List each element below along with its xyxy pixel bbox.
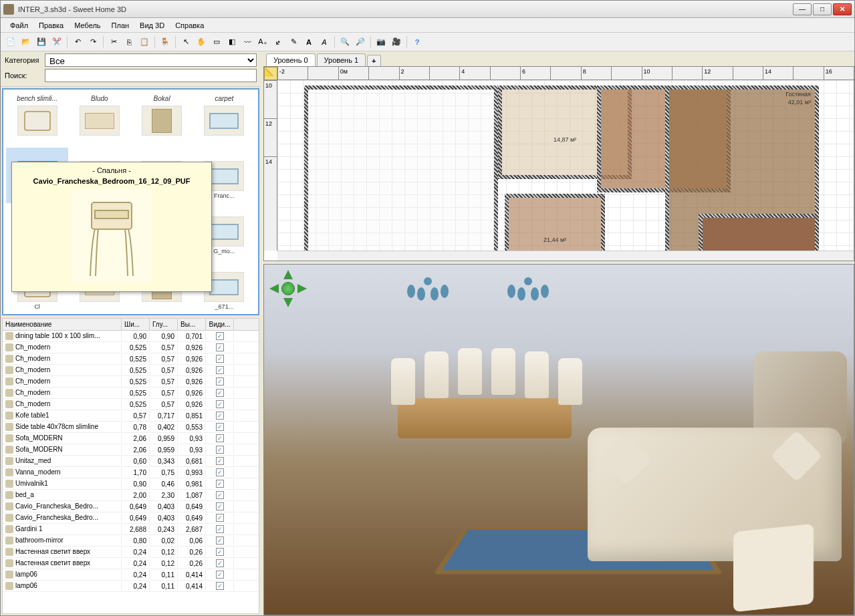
table-row[interactable]: Sofa_MODERN2,060,9590,93✓ bbox=[3, 444, 259, 456]
visibility-checkbox[interactable]: ✓ bbox=[216, 389, 224, 397]
dimension-tool-icon[interactable]: A₊ bbox=[255, 35, 270, 49]
room-tool-icon[interactable]: ◧ bbox=[225, 35, 239, 49]
visibility-checkbox[interactable]: ✓ bbox=[216, 571, 224, 579]
plan-content[interactable]: 14,87 м² Гостиная 42,01 м² 21,44 м² 8,57… bbox=[277, 80, 854, 251]
text-add-icon[interactable]: ✎ bbox=[286, 35, 301, 49]
visibility-checkbox[interactable]: ✓ bbox=[216, 468, 224, 476]
table-row[interactable]: Ch_modern0,5250,570,926✓ bbox=[3, 399, 259, 410]
table-row[interactable]: Kofe table10,570,7170,851✓ bbox=[3, 410, 259, 422]
visibility-checkbox[interactable]: ✓ bbox=[216, 548, 224, 556]
polyline-tool-icon[interactable]: 〰 bbox=[240, 35, 255, 49]
add-furniture-icon[interactable]: 🪑 bbox=[158, 35, 172, 49]
maximize-button[interactable]: □ bbox=[813, 3, 832, 15]
cut-icon[interactable]: ✂ bbox=[106, 35, 121, 49]
catalog-grid[interactable]: bench slimli...BludoBokalcarpetCaFranc..… bbox=[2, 88, 259, 315]
table-row[interactable]: Sofa_MODERN2,060,9590,93✓ bbox=[3, 433, 259, 444]
text-style-italic-icon[interactable]: A bbox=[317, 35, 332, 49]
view-3d[interactable] bbox=[263, 264, 854, 615]
nav-left-icon[interactable] bbox=[269, 284, 279, 293]
menu-file[interactable]: Файл bbox=[5, 20, 33, 31]
table-row[interactable]: Cavio_Francheska_Bedro...0,6490,4030,649… bbox=[3, 512, 259, 524]
catalog-item[interactable]: Bokal bbox=[131, 92, 193, 148]
copy-icon[interactable]: ⎘ bbox=[122, 35, 136, 49]
header-width[interactable]: Ши... bbox=[122, 319, 150, 330]
table-row[interactable]: Unitaz_med0,600,3430,681✓ bbox=[3, 456, 259, 467]
table-row[interactable]: bathroom-mirror0,800,020,06✓ bbox=[3, 535, 259, 547]
nav-down-icon[interactable] bbox=[283, 298, 293, 307]
table-row[interactable]: Cavio_Francheska_Bedro...0,6490,4030,649… bbox=[3, 501, 259, 512]
wall-tool-icon[interactable]: ▭ bbox=[209, 35, 224, 49]
visibility-checkbox[interactable]: ✓ bbox=[216, 514, 224, 522]
pan-tool-icon[interactable]: ✋ bbox=[194, 35, 209, 49]
tab-level-1[interactable]: Уровень 1 bbox=[317, 53, 366, 66]
menu-edit[interactable]: Правка bbox=[33, 20, 69, 31]
catalog-item[interactable]: bench slimli... bbox=[6, 92, 68, 148]
table-row[interactable]: Side table 40x78cm slimline0,780,4020,55… bbox=[3, 422, 259, 433]
plan-room[interactable] bbox=[304, 86, 498, 251]
visibility-checkbox[interactable]: ✓ bbox=[216, 412, 224, 420]
table-row[interactable]: Ch_modern0,5250,570,926✓ bbox=[3, 353, 259, 365]
plan-room[interactable]: 8,57 м² bbox=[699, 214, 819, 251]
zoom-out-icon[interactable]: 🔎 bbox=[353, 35, 368, 49]
menu-plan[interactable]: План bbox=[106, 20, 135, 31]
catalog-item[interactable]: carpet bbox=[193, 92, 255, 148]
table-row[interactable]: Ch_modern0,5250,570,926✓ bbox=[3, 376, 259, 388]
table-row[interactable]: Gardini 12,6880,2432,687✓ bbox=[3, 524, 259, 535]
nav-center-icon[interactable] bbox=[281, 282, 295, 295]
select-tool-icon[interactable]: ↖ bbox=[178, 35, 193, 49]
catalog-item[interactable]: Bludo bbox=[68, 92, 130, 148]
visibility-checkbox[interactable]: ✓ bbox=[216, 400, 224, 408]
paste-icon[interactable]: 📋 bbox=[137, 35, 152, 49]
visibility-checkbox[interactable]: ✓ bbox=[216, 582, 224, 590]
visibility-checkbox[interactable]: ✓ bbox=[216, 434, 224, 442]
minimize-button[interactable]: — bbox=[793, 3, 812, 15]
video-icon[interactable]: 🎥 bbox=[389, 35, 404, 49]
zoom-in-icon[interactable]: 🔍 bbox=[338, 35, 352, 49]
visibility-checkbox[interactable]: ✓ bbox=[216, 457, 224, 465]
table-row[interactable]: Umivalnik10,900,460,981✓ bbox=[3, 478, 259, 490]
text-tool-icon[interactable]: ⸙ bbox=[271, 35, 285, 49]
table-row[interactable]: Ch_modern0,5250,570,926✓ bbox=[3, 365, 259, 376]
table-row[interactable]: Настенная светит вверх0,240,120,26✓ bbox=[3, 558, 259, 569]
visibility-checkbox[interactable]: ✓ bbox=[216, 355, 224, 363]
header-name[interactable]: Наименование bbox=[3, 319, 122, 330]
undo-icon[interactable]: ↶ bbox=[70, 35, 85, 49]
table-row[interactable]: bed_a2,002,301,087✓ bbox=[3, 490, 259, 501]
menu-3dview[interactable]: Вид 3D bbox=[134, 20, 170, 31]
visibility-checkbox[interactable]: ✓ bbox=[216, 480, 224, 488]
category-select[interactable]: Все bbox=[45, 53, 257, 67]
header-visible[interactable]: Види... bbox=[206, 319, 234, 330]
visibility-checkbox[interactable]: ✓ bbox=[216, 491, 224, 499]
new-file-icon[interactable]: 📄 bbox=[3, 35, 18, 49]
plan-room[interactable]: 21,44 м² bbox=[505, 194, 605, 251]
close-button[interactable]: ✕ bbox=[833, 3, 852, 15]
visibility-checkbox[interactable]: ✓ bbox=[216, 366, 224, 374]
nav-right-icon[interactable] bbox=[297, 284, 307, 293]
nav-up-icon[interactable] bbox=[283, 270, 293, 279]
help-icon[interactable]: ? bbox=[410, 35, 424, 49]
visibility-checkbox[interactable]: ✓ bbox=[216, 536, 224, 545]
save-file-icon[interactable]: 💾 bbox=[34, 35, 49, 49]
visibility-checkbox[interactable]: ✓ bbox=[216, 525, 224, 533]
preferences-icon[interactable]: ✂️ bbox=[49, 35, 64, 49]
table-row[interactable]: dining table 100 x 100 slim...0,900,900,… bbox=[3, 331, 259, 342]
table-row[interactable]: lamp060,240,110,414✓ bbox=[3, 581, 259, 592]
ruler-origin-icon[interactable]: 📐 bbox=[264, 67, 277, 80]
table-row[interactable]: Vanna_modern1,700,750,993✓ bbox=[3, 467, 259, 478]
visibility-checkbox[interactable]: ✓ bbox=[216, 559, 224, 567]
table-row[interactable]: lamp060,240,110,414✓ bbox=[3, 569, 259, 581]
tab-level-0[interactable]: Уровень 0 bbox=[266, 53, 316, 66]
plan-canvas[interactable]: 📐 -20м246810121416 101214 14,87 м² Гости… bbox=[263, 66, 854, 261]
visibility-checkbox[interactable]: ✓ bbox=[216, 343, 224, 351]
camera-icon[interactable]: 📷 bbox=[374, 35, 388, 49]
furniture-table-body[interactable]: dining table 100 x 100 slim...0,900,900,… bbox=[3, 331, 259, 613]
table-row[interactable]: Ch_modern0,5250,570,926✓ bbox=[3, 388, 259, 399]
menu-help[interactable]: Справка bbox=[170, 20, 209, 31]
table-row[interactable]: Ch_modern0,5250,570,926✓ bbox=[3, 342, 259, 353]
plan-hscrollbar[interactable] bbox=[277, 251, 854, 261]
visibility-checkbox[interactable]: ✓ bbox=[216, 423, 224, 431]
search-input[interactable] bbox=[45, 69, 257, 82]
text-style-bold-icon[interactable]: A bbox=[301, 35, 316, 49]
open-file-icon[interactable]: 📂 bbox=[19, 35, 33, 49]
menu-furniture[interactable]: Мебель bbox=[69, 20, 106, 31]
